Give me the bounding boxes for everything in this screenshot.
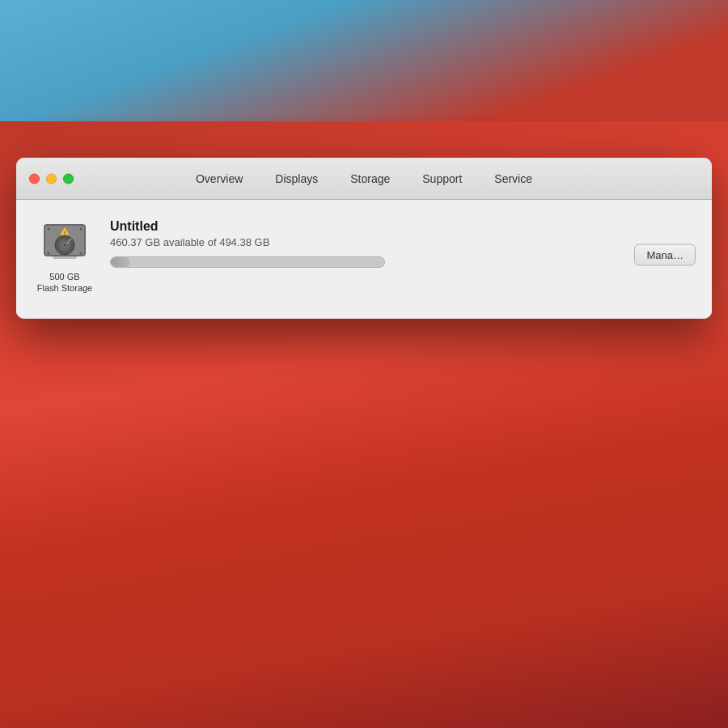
tab-service[interactable]: Service: [488, 169, 539, 188]
drive-name: Untitled: [110, 219, 696, 234]
manage-button[interactable]: Mana…: [634, 244, 696, 266]
tab-storage[interactable]: Storage: [344, 169, 396, 188]
drive-icon-container: ! 500 G: [32, 216, 97, 294]
drive-size-label: 500 GB Flash Storage: [37, 271, 92, 294]
close-button[interactable]: [29, 173, 40, 184]
drive-info: Untitled 460.37 GB available of 494.38 G…: [110, 216, 696, 268]
tab-displays[interactable]: Displays: [269, 169, 324, 188]
desktop-background: [0, 0, 728, 728]
svg-point-9: [48, 228, 50, 231]
navigation-tabs: Overview Displays Storage Support Servic…: [29, 169, 699, 188]
traffic-lights: [29, 173, 74, 184]
svg-point-11: [48, 252, 50, 255]
drive-available-text: 460.37 GB available of 494.38 GB: [110, 236, 696, 248]
tab-support[interactable]: Support: [416, 169, 468, 188]
drive-icon: !: [39, 216, 91, 268]
maximize-button[interactable]: [63, 173, 74, 184]
storage-progress-bar: [110, 256, 385, 268]
storage-progress-fill: [111, 257, 130, 267]
system-information-window: Overview Displays Storage Support Servic…: [16, 158, 712, 319]
titlebar: Overview Displays Storage Support Servic…: [16, 158, 712, 200]
window-content: ! 500 G: [16, 200, 712, 319]
svg-text:!: !: [64, 231, 66, 235]
minimize-button[interactable]: [46, 173, 57, 184]
svg-point-7: [64, 244, 66, 247]
svg-point-12: [80, 252, 83, 255]
tab-overview[interactable]: Overview: [189, 169, 249, 188]
storage-item: ! 500 G: [32, 216, 696, 294]
svg-point-10: [80, 228, 83, 231]
